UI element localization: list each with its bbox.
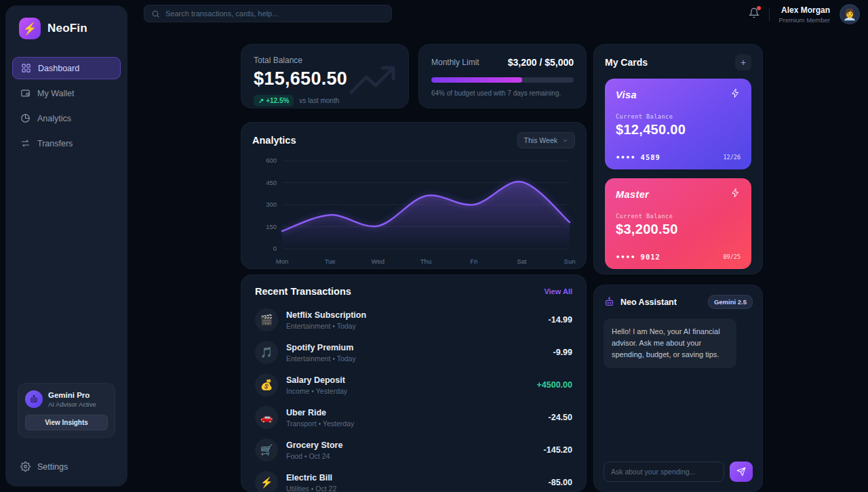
card-masked-number: •••• 4589 <box>616 153 660 161</box>
app-logo: ⚡ NeoFin <box>12 18 121 39</box>
view-all-link[interactable]: View All <box>544 287 572 295</box>
wallet-icon <box>20 88 31 98</box>
total-balance-card: Total Balance $15,650.50 ↗ +12.5% vs las… <box>241 44 409 108</box>
master-card[interactable]: Master Current Balance $3,200.50 •••• 90… <box>605 178 751 269</box>
gemini-pro-title: Gemini Pro <box>48 391 96 399</box>
svg-text:Wed: Wed <box>372 258 384 265</box>
sidebar-item-analytics[interactable]: Analytics <box>12 107 121 129</box>
lightning-logo-icon: ⚡ <box>19 18 41 39</box>
movie-clapper-icon: 🎬 <box>255 308 278 331</box>
search-input[interactable] <box>165 9 384 18</box>
avatar[interactable]: 👩‍💼 <box>840 4 860 24</box>
card-expiry: 09/25 <box>723 253 741 260</box>
sidebar-nav: Dashboard My Wallet Analytics Transfers <box>12 57 121 155</box>
transaction-row[interactable]: 💰 Salary Deposit Income • Yesterday +450… <box>255 369 572 401</box>
svg-text:Sun: Sun <box>564 258 576 265</box>
sidebar-item-my-wallet[interactable]: My Wallet <box>12 82 121 104</box>
budget-progress-bar <box>431 77 574 83</box>
lightning-icon: ⚡ <box>255 471 278 492</box>
card-flash-icon <box>730 88 741 101</box>
search-bar[interactable] <box>144 5 392 22</box>
monthly-limit-label: Monthly Limit <box>431 58 479 67</box>
sidebar: ⚡ NeoFin Dashboard My Wallet Analytics T… <box>5 5 127 487</box>
sidebar-item-settings[interactable]: Settings <box>20 462 68 472</box>
transaction-name: Netflix Subscription <box>286 310 366 320</box>
topbar-user-cluster: Alex Morgan Premium Member 👩‍💼 <box>749 3 861 26</box>
transaction-meta: Utilities • Oct 22 <box>286 485 336 492</box>
send-button[interactable] <box>730 462 753 482</box>
gemini-pro-subtitle: AI Advisor Active <box>48 401 96 408</box>
my-cards-title: My Cards <box>605 57 648 68</box>
assistant-title: Neo Assistant <box>620 298 677 307</box>
analytics-card: Analytics This Week 0150300450600MonTueW… <box>241 122 587 269</box>
svg-text:Fri: Fri <box>470 258 477 265</box>
transaction-amount: -145.20 <box>544 445 572 455</box>
money-bag-icon: 💰 <box>255 373 278 396</box>
assistant-input[interactable] <box>604 462 724 482</box>
paper-plane-icon <box>736 467 746 476</box>
card-balance: $12,450.00 <box>616 122 741 138</box>
view-insights-button[interactable]: View Insights <box>25 415 108 430</box>
transaction-name: Uber Ride <box>286 408 354 417</box>
nav-label: Dashboard <box>38 64 79 73</box>
transaction-row[interactable]: 🚗 Uber Ride Transport • Yesterday -24.50 <box>255 401 572 434</box>
transaction-meta: Transport • Yesterday <box>286 419 354 428</box>
transaction-meta: Entertainment • Today <box>286 322 366 330</box>
svg-text:Tue: Tue <box>325 258 336 265</box>
card-balance-label: Current Balance <box>616 213 741 220</box>
monthly-limit-card: Monthly Limit $3,200 / $5,000 64% of bud… <box>418 44 587 108</box>
car-icon: 🚗 <box>255 406 278 429</box>
transactions-title: Recent Transactions <box>255 286 351 297</box>
nav-label: Transfers <box>37 139 73 148</box>
monthly-limit-value: $3,200 / $5,000 <box>508 57 574 68</box>
visa-card[interactable]: Visa Current Balance $12,450.00 •••• 458… <box>605 79 751 169</box>
transaction-amount: -9.99 <box>553 348 573 357</box>
card-flash-icon <box>730 188 741 201</box>
card-balance: $3,200.50 <box>616 222 741 237</box>
svg-text:600: 600 <box>266 157 277 164</box>
card-expiry: 12/26 <box>723 154 741 161</box>
svg-text:Thu: Thu <box>420 258 431 265</box>
svg-text:Mon: Mon <box>276 258 288 265</box>
transaction-row[interactable]: 🛒 Grocery Store Food • Oct 24 -145.20 <box>255 434 572 466</box>
sidebar-item-transfers[interactable]: Transfers <box>12 132 121 155</box>
add-card-button[interactable]: + <box>735 54 751 70</box>
recent-transactions-card: Recent Transactions View All 🎬 Netflix S… <box>241 274 587 492</box>
svg-text:0: 0 <box>273 245 277 252</box>
transaction-name: Electric Bill <box>286 473 336 483</box>
transaction-name: Grocery Store <box>286 440 342 450</box>
transaction-meta: Income • Yesterday <box>286 387 347 395</box>
budget-progress-fill <box>431 77 522 83</box>
transaction-amount: +4500.00 <box>537 380 572 390</box>
app-name: NeoFin <box>47 22 87 35</box>
card-masked-number: •••• 9012 <box>616 253 660 261</box>
transaction-row[interactable]: 🎵 Spotify Premium Entertainment • Today … <box>255 336 572 369</box>
svg-text:300: 300 <box>266 201 277 208</box>
range-dropdown[interactable]: This Week <box>517 132 575 148</box>
notifications-button[interactable] <box>749 7 760 21</box>
assistant-message: Hello! I am Neo, your AI financial advis… <box>604 319 736 368</box>
analytics-chart-svg: 0150300450600MonTueWedThuFriSatSun <box>252 151 576 270</box>
transaction-meta: Entertainment • Today <box>286 354 356 363</box>
chevron-down-icon <box>562 138 568 144</box>
card-brand: Master <box>616 189 649 200</box>
range-selected: This Week <box>524 136 557 144</box>
nav-label: My Wallet <box>37 89 74 98</box>
sidebar-item-dashboard[interactable]: Dashboard <box>12 57 121 79</box>
shopping-cart-icon: 🛒 <box>255 438 278 462</box>
transaction-row[interactable]: 🎬 Netflix Subscription Entertainment • T… <box>255 304 572 336</box>
neofin-dashboard: ⚡ NeoFin Dashboard My Wallet Analytics T… <box>0 0 868 492</box>
transfer-arrows-icon <box>20 138 31 148</box>
svg-text:450: 450 <box>266 179 277 186</box>
svg-text:Sat: Sat <box>517 258 527 265</box>
my-cards-panel: My Cards + Visa Current Balance $12,450.… <box>593 44 763 274</box>
trending-up-icon <box>349 62 399 98</box>
transaction-name: Spotify Premium <box>286 343 356 352</box>
transaction-row[interactable]: ⚡ Electric Bill Utilities • Oct 22 -85.0… <box>255 466 572 492</box>
notification-dot <box>757 6 761 10</box>
nav-label: Analytics <box>37 114 71 123</box>
balance-change-badge: ↗ +12.5% <box>254 95 294 106</box>
svg-text:150: 150 <box>266 223 277 230</box>
user-role: Premium Member <box>779 16 831 24</box>
transaction-amount: -14.99 <box>549 315 572 325</box>
